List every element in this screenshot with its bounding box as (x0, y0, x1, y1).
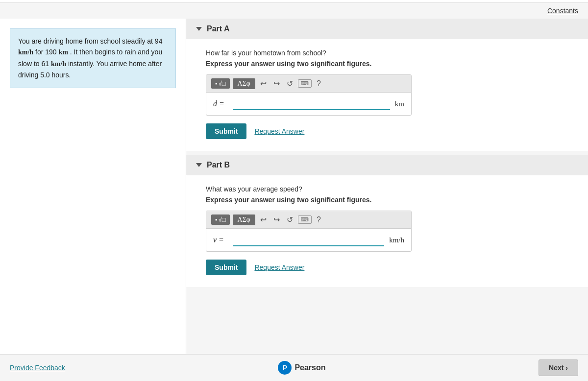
part-a-refresh-btn[interactable]: ↺ (285, 78, 295, 89)
bottom-bar: Provide Feedback P Pearson Next › (0, 354, 588, 381)
part-a-undo-btn[interactable]: ↩ (258, 78, 269, 89)
part-b-label: Part B (207, 161, 230, 169)
part-a-request-answer-link[interactable]: Request Answer (254, 127, 304, 135)
part-a-answer-input[interactable] (233, 97, 390, 110)
pearson-icon: P (278, 361, 292, 375)
part-b-chevron[interactable] (196, 163, 202, 167)
part-b-symbol-btn[interactable]: ΑΣφ (233, 214, 255, 225)
part-b-submit-btn[interactable]: Submit (206, 260, 246, 275)
part-b-toolbar: ▪√□ ΑΣφ ↩ ↪ ↺ ⌨ ? (206, 211, 411, 229)
scenario-box: You are driving home from school steadil… (10, 28, 176, 88)
part-a-submit-btn[interactable]: Submit (206, 123, 246, 139)
part-b-answer-input[interactable] (233, 234, 384, 246)
unit-km: km (59, 48, 68, 56)
part-b-refresh-btn[interactable]: ↺ (285, 214, 295, 225)
part-a-redo-btn[interactable]: ↪ (271, 78, 282, 89)
part-b-question: What was your average speed? (206, 185, 568, 193)
next-button[interactable]: Next › (539, 359, 578, 376)
part-a-input-container: ▪√□ ΑΣφ ↩ ↪ ↺ ⌨ ? d = km (206, 74, 412, 116)
part-b-body: What was your average speed? Express you… (186, 175, 588, 287)
part-a-answer-row: d = km (206, 93, 411, 115)
pearson-logo: P Pearson (278, 361, 325, 375)
provide-feedback-link[interactable]: Provide Feedback (10, 364, 65, 372)
part-b-instruction: Express your answer using two significan… (206, 196, 568, 204)
part-a-toolbar: ▪√□ ΑΣφ ↩ ↪ ↺ ⌨ ? (206, 75, 411, 93)
unit-kmh-2: km/h (51, 60, 66, 68)
part-a-symbol-btn[interactable]: ΑΣφ (233, 78, 255, 89)
unit-kmh-1: km/h (18, 48, 33, 56)
left-panel: You are driving home from school steadil… (0, 19, 186, 354)
part-b-section: Part B What was your average speed? Expr… (186, 155, 588, 287)
part-a-help-btn[interactable]: ? (315, 78, 323, 89)
part-b-header[interactable]: Part B (186, 155, 588, 175)
pearson-name: Pearson (294, 363, 325, 372)
part-a-body: How far is your hometown from school? Ex… (186, 39, 588, 151)
part-a-action-row: Submit Request Answer (206, 123, 568, 139)
part-b-answer-row: v = km/h (206, 229, 411, 251)
part-b-keyboard-btn[interactable]: ⌨ (298, 215, 312, 224)
part-b-redo-btn[interactable]: ↪ (271, 214, 282, 225)
part-a-question: How far is your hometown from school? (206, 49, 568, 57)
part-b-help-btn[interactable]: ? (315, 214, 323, 225)
part-a-keyboard-btn[interactable]: ⌨ (298, 79, 312, 88)
constants-link[interactable]: Constants (547, 7, 578, 15)
part-a-unit: km (395, 100, 404, 108)
part-b-action-row: Submit Request Answer (206, 260, 568, 275)
part-b-request-answer-link[interactable]: Request Answer (254, 263, 304, 271)
part-b-unit: km/h (389, 236, 404, 244)
part-a-header[interactable]: Part A (186, 19, 588, 39)
part-a-section: Part A How far is your hometown from sch… (186, 19, 588, 151)
part-a-instruction: Express your answer using two significan… (206, 60, 568, 68)
part-a-answer-label: d = (213, 99, 228, 108)
part-a-chevron[interactable] (196, 27, 202, 31)
part-a-label: Part A (207, 24, 230, 33)
part-b-answer-label: v = (213, 236, 228, 244)
part-b-undo-btn[interactable]: ↩ (258, 214, 269, 225)
part-a-matrix-btn[interactable]: ▪√□ (211, 78, 230, 89)
part-b-input-container: ▪√□ ΑΣφ ↩ ↪ ↺ ⌨ ? v = km/h (206, 211, 412, 252)
part-b-matrix-btn[interactable]: ▪√□ (211, 214, 230, 225)
right-panel: Part A How far is your hometown from sch… (186, 19, 588, 354)
